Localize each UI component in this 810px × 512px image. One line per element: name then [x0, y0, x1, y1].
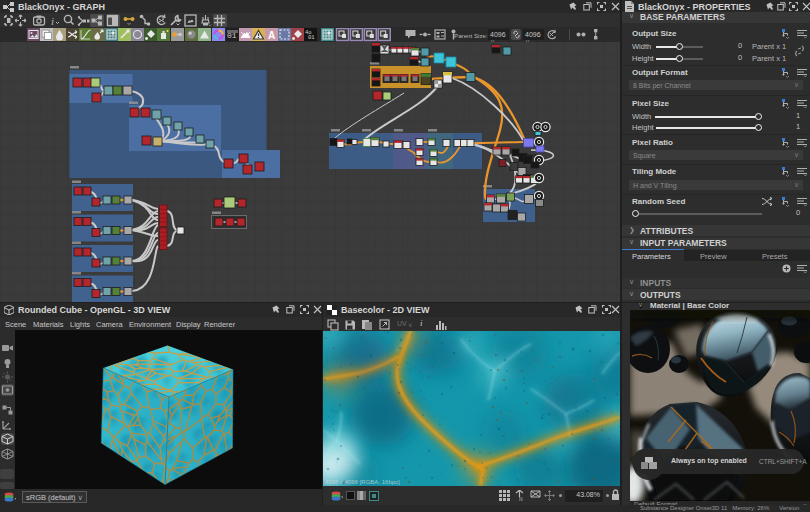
svg-text:A: A: [268, 30, 275, 41]
svg-text:i: i: [51, 15, 54, 27]
svg-text:01: 01: [308, 34, 315, 41]
svg-text:N: N: [519, 496, 523, 501]
